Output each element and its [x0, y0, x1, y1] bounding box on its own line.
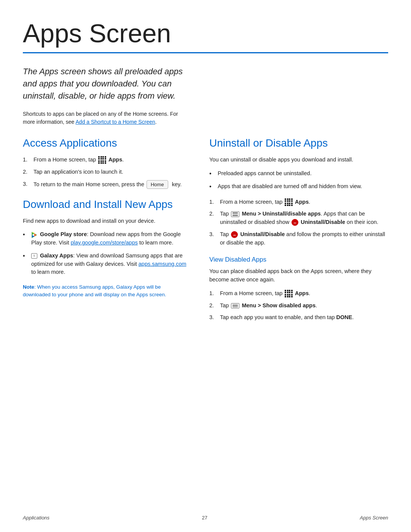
- footer-right: Apps Screen: [360, 515, 388, 521]
- uninstall-step-1: 1. From a Home screen, tap Apps.: [209, 198, 388, 206]
- access-step-2: 2. Tap an application's icon to launch i…: [23, 168, 186, 176]
- galaxy-apps-icon: S: [31, 253, 37, 259]
- right-column: Uninstall or Disable Apps You can uninst…: [209, 137, 388, 331]
- menu-icon-1: [231, 211, 239, 217]
- page-footer: Applications 27 Apps Screen: [0, 515, 411, 521]
- page-title: Apps Screen: [23, 19, 388, 48]
- title-divider: [23, 52, 388, 53]
- note-block: Note: When you access Samsung apps, Gala…: [23, 283, 186, 299]
- view-disabled-heading: View Disabled Apps: [209, 256, 388, 264]
- intro-italic: The Apps screen shows all preloaded apps…: [23, 66, 186, 102]
- uninstall-step-2: 2. Tap Menu > Uninstall/disable apps. Ap…: [209, 210, 388, 227]
- uninstall-heading: Uninstall or Disable Apps: [209, 137, 388, 150]
- view-disabled-intro: You can place disabled apps back on the …: [209, 267, 388, 284]
- view-disabled-step-2: 2. Tap Menu > Show disabled apps.: [209, 302, 388, 310]
- apps-grid-icon-1: [98, 156, 106, 164]
- access-applications-heading: Access Applications: [23, 137, 186, 150]
- add-shortcut-link[interactable]: Add a Shortcut to a Home Screen: [76, 119, 155, 125]
- menu-icon-2: [231, 303, 239, 309]
- uninstall-circle-icon-2: –: [231, 231, 238, 238]
- download-heading: Download and Install New Apps: [23, 198, 186, 211]
- access-step-1: 1. From a Home screen, tap Apps.: [23, 156, 186, 164]
- access-step-3: 3. To return to the main Home screen, pr…: [23, 180, 186, 189]
- footer-page-number: 27: [202, 515, 207, 521]
- home-key-icon: Home: [147, 180, 168, 189]
- download-bullets: Google Play store: Download new apps fro…: [23, 230, 186, 276]
- apps-grid-icon-2: [285, 198, 293, 206]
- uninstall-bullet-2: Apps that are disabled are turned off an…: [209, 182, 388, 191]
- uninstall-circle-icon-1: –: [292, 219, 298, 226]
- note-label: Note: [23, 284, 34, 290]
- uninstall-bullets: Preloaded apps cannot be uninstalled. Ap…: [209, 169, 388, 191]
- access-steps-list: 1. From a Home screen, tap Apps. 2. Tap …: [23, 156, 186, 189]
- view-disabled-step-1: 1. From a Home screen, tap Apps.: [209, 289, 388, 298]
- uninstall-step-3: 3. Tap – Uninstall/Disable and follow th…: [209, 230, 388, 247]
- footer-left: Applications: [23, 515, 49, 521]
- uninstall-steps-list: 1. From a Home screen, tap Apps. 2. Tap …: [209, 198, 388, 247]
- download-bullet-galaxy: S Galaxy Apps: View and download Samsung…: [23, 252, 186, 276]
- view-disabled-steps-list: 1. From a Home screen, tap Apps. 2. Tap …: [209, 289, 388, 322]
- intro-regular: Shortcuts to apps can be placed on any o…: [23, 110, 186, 126]
- view-disabled-step-3: 3. Tap each app you want to enable, and …: [209, 313, 388, 322]
- play-store-link[interactable]: play.google.com/store/apps: [71, 240, 138, 246]
- samsung-apps-link[interactable]: apps.samsung.com: [139, 261, 186, 267]
- download-bullet-play: Google Play store: Download new apps fro…: [23, 230, 186, 247]
- apps-grid-icon-3: [285, 290, 293, 298]
- two-column-layout: Access Applications 1. From a Home scree…: [23, 137, 388, 331]
- left-column: Access Applications 1. From a Home scree…: [23, 137, 186, 299]
- uninstall-bullet-1: Preloaded apps cannot be uninstalled.: [209, 169, 388, 178]
- uninstall-intro: You can uninstall or disable apps you do…: [209, 156, 388, 164]
- google-play-icon: [31, 232, 37, 238]
- download-intro: Find new apps to download and install on…: [23, 217, 186, 225]
